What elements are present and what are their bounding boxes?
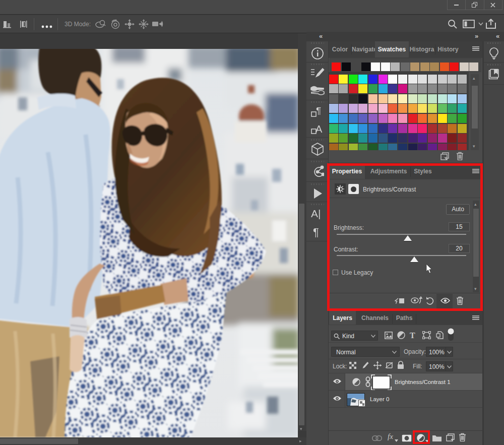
svg-text:A: A: [316, 123, 323, 135]
svg-text:¶: ¶: [316, 106, 321, 116]
